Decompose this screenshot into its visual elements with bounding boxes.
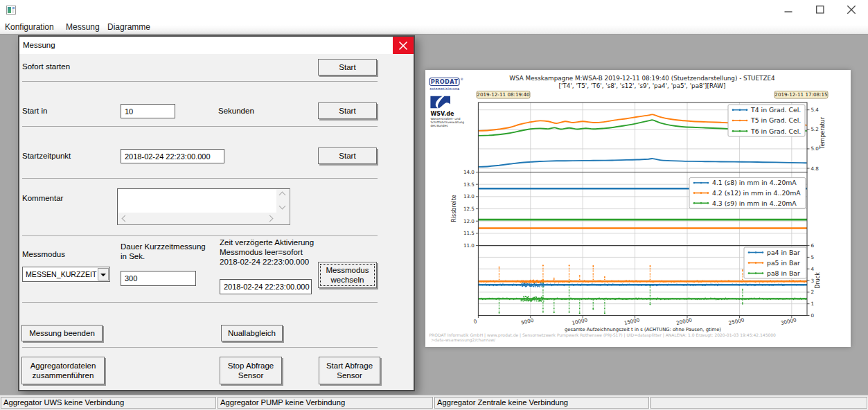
prodat-logo-text: PRODAT (431, 78, 459, 85)
legend-label: pa5 in Bar (767, 259, 800, 267)
status-bar: Aggregator UWS keine Verbindung Aggregat… (0, 395, 868, 410)
aggregatordateien-button[interactable]: Aggregatordateien zusammenführen (21, 357, 105, 384)
start-sofort-button[interactable]: Start (318, 59, 377, 75)
start-in-label: Start in (22, 107, 47, 116)
app-window: Konfiguration Messung Diagramme Messung … (0, 0, 868, 410)
menu-messung[interactable]: Messung (66, 21, 100, 33)
messmodus-label: Messmodus (22, 250, 65, 260)
chart-footer-line2: >data-wsamessung2/chanraw/ (431, 337, 496, 343)
end-time-label: 2019-12-11 17:08:15 (774, 91, 827, 98)
stop-abfrage-sensor-button[interactable]: Stop Abfrage Sensor (220, 357, 282, 384)
prodat-logo: PRODAT ® automatisierung (429, 78, 463, 90)
legend-subplot-2: pa4 in Barpa5 in Barpa8 in Bar (744, 247, 806, 278)
messung-beenden-button[interactable]: Messung beenden (21, 325, 103, 341)
chart-subtitle: ['T4', 'T5', 'T6', 's8', 's12', 's9', 'p… (559, 82, 726, 89)
legend-subplot-0: T4 in Grad. Cel.T5 in Grad. Cel.T6 in Gr… (728, 105, 805, 136)
ylabel-druck: Druck (815, 272, 821, 289)
minimize-button[interactable] (772, 0, 804, 19)
dialog-title-bar[interactable]: Messung (19, 37, 414, 54)
app-icon (6, 6, 16, 15)
scroll-right-icon[interactable] (267, 215, 274, 222)
stop-abfrage-line2: Sensor (238, 371, 263, 380)
ytick-label: 5.0 (811, 145, 820, 152)
startzeitpunkt-label: Startzeitpunkt (22, 152, 71, 161)
messmodus-wechseln-button[interactable]: Messmodus wechseln (318, 262, 377, 288)
legend-label: 4.3 (s9) in mm in 4..20mA (712, 199, 797, 207)
ytick-label: 6 (811, 242, 815, 249)
menu-diagramme[interactable]: Diagramme (107, 21, 150, 33)
start-abfrage-line2: Sensor (337, 371, 362, 380)
dialog-messung: Messung Sofort starten Start Start in Se… (18, 35, 415, 391)
kommentar-vertical-scrollbar[interactable] (276, 189, 290, 213)
series-layer (478, 114, 807, 314)
ytick-label: 1 (811, 301, 815, 307)
xtick-label: 15000 (623, 317, 641, 326)
aggregator-line1: Aggregatordateien (30, 361, 96, 371)
ytick-label: 5 (811, 254, 815, 260)
start-zeitpunkt-button[interactable]: Start (318, 148, 377, 164)
legend-label: 4.1 (s8) in mm in 4..20mA (712, 179, 797, 186)
menu-bar: Konfiguration Messung Diagramme (0, 19, 868, 35)
scroll-left-icon[interactable] (122, 215, 129, 222)
separator (22, 235, 378, 236)
menu-konfiguration[interactable]: Konfiguration (5, 21, 54, 33)
kommentar-widget (117, 188, 290, 225)
plot-area: 4.85.05.25.411.011.512.012.513.013.514.0… (463, 102, 819, 326)
kommentar-textarea[interactable] (118, 189, 276, 213)
legend-label: pa8 in Bar (767, 269, 800, 277)
messmodus-combobox[interactable]: MESSEN_KURZZEIT (22, 267, 110, 282)
dauer-input[interactable] (121, 271, 196, 286)
ytick-label: 13.5 (463, 181, 475, 188)
ytick-label: 13.0 (463, 193, 475, 199)
ytick-label: 5.4 (811, 107, 820, 113)
sekunden-label: Sekunden (218, 107, 254, 116)
zeit-input[interactable] (220, 279, 312, 294)
scroll-down-icon[interactable] (279, 203, 286, 210)
ytick-label: 4.8 (811, 166, 820, 172)
legend-label: 4.2 (s12) in mm in 4..20mA (712, 189, 801, 197)
startzeitpunkt-input[interactable] (121, 149, 224, 163)
scroll-up-icon[interactable] (279, 192, 286, 199)
separator (22, 178, 378, 179)
maximize-icon (816, 6, 824, 14)
legend-label: pa4 in Bar (767, 249, 800, 256)
chart-title: WSA Messkampagne M:WSA-B 2019-12-11 08:1… (509, 75, 775, 82)
ytick-label: 0 (811, 312, 815, 319)
wsv-logo-text: WSV.de (430, 111, 454, 117)
start-in-input[interactable] (121, 104, 175, 118)
chart-panel: PRODAT ® automatisierung WSV.de Wasserst… (425, 70, 851, 347)
xtick-label: 20000 (675, 317, 693, 326)
legend-label: T4 in Grad. Cel. (750, 106, 801, 114)
combobox-dropdown-button[interactable] (98, 268, 109, 280)
series-T4 (478, 159, 806, 167)
legend-label: T6 in Grad. Cel. (750, 127, 801, 135)
xtick-label: 10000 (572, 317, 589, 326)
start-abfrage-sensor-button[interactable]: Start Abfrage Sensor (319, 357, 380, 384)
xtick-label: 30000 (780, 317, 797, 326)
wechseln-line2: wechseln (331, 275, 364, 285)
separator (22, 302, 378, 303)
sofort-starten-label: Sofort starten (22, 62, 70, 72)
nuallabgleich-button[interactable]: Nuallabgleich (221, 325, 283, 341)
ytick-label: 3 (811, 278, 815, 284)
chart: PRODAT ® automatisierung WSV.de Wasserst… (425, 70, 851, 347)
xtick-label: 5000 (520, 317, 534, 326)
start-in-button[interactable]: Start (318, 102, 377, 119)
status-panel-zentrale: Aggregator Zentrale keine Verbindung (434, 397, 649, 409)
close-window-button[interactable] (835, 0, 867, 19)
kommentar-horizontal-scrollbar[interactable] (118, 213, 290, 224)
prodat-logo-subtext: automatisierung (430, 87, 460, 90)
ytick-label: 12.5 (463, 206, 475, 212)
dialog-close-button[interactable] (393, 37, 414, 54)
axis-ticks: 4.85.05.25.411.011.512.012.513.013.514.0… (463, 107, 819, 326)
ytick-label: 12.0 (463, 218, 475, 224)
zeit-label-line1: Zeit verzögerte Aktivierung (220, 238, 314, 248)
app-icon-left (8, 7, 11, 13)
kommentar-label: Kommentar (22, 194, 63, 204)
separator (22, 126, 378, 127)
maximize-button[interactable] (804, 0, 835, 19)
start-time-label: 2019-12-11 08:19:40 (477, 91, 530, 98)
ytick-label: 4 (811, 266, 815, 272)
status-panel-pump: Aggregator PUMP keine Verbindung (218, 397, 433, 409)
aggregator-line2: zusammenführen (33, 371, 94, 380)
